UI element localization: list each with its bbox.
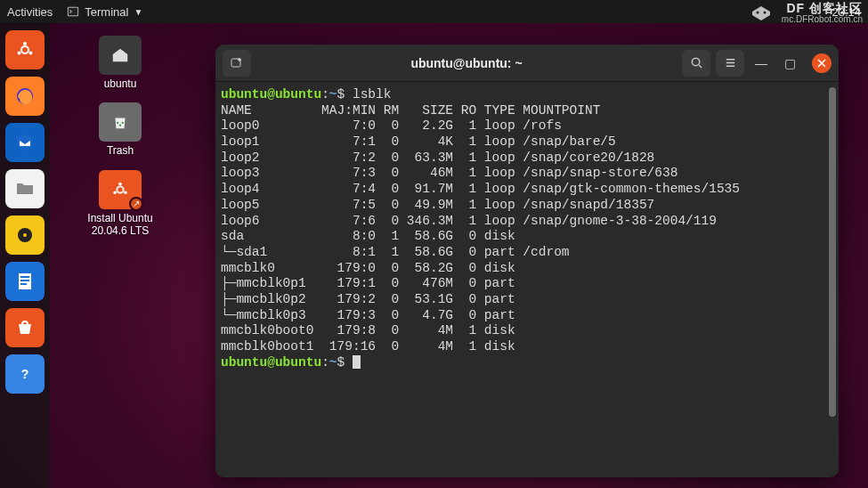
svg-point-9 bbox=[17, 134, 33, 150]
svg-point-20 bbox=[119, 125, 121, 126]
search-icon bbox=[690, 56, 703, 69]
search-button[interactable] bbox=[682, 50, 710, 77]
titlebar[interactable]: ubuntu@ubuntu: ~ — ▢ bbox=[215, 45, 839, 82]
dock: ? bbox=[0, 23, 50, 488]
app-menu-terminal[interactable]: Terminal ▼ bbox=[67, 5, 142, 19]
ubuntu-software-icon[interactable] bbox=[5, 308, 45, 347]
firefox-icon[interactable] bbox=[5, 77, 45, 116]
close-icon bbox=[817, 59, 826, 68]
trash-label: Trash bbox=[107, 144, 134, 157]
close-button[interactable] bbox=[812, 53, 831, 73]
terminal-body[interactable]: ubuntu@ubuntu:~$ lsblk NAME MAJ:MIN RM S… bbox=[215, 82, 839, 477]
command-1: lsblk bbox=[353, 87, 392, 102]
svg-point-23 bbox=[113, 191, 117, 194]
app-menu-label: Terminal bbox=[85, 5, 128, 19]
desktop-icons: ubuntu Trash ↗ Install Ubuntu 20.04.6 LT… bbox=[71, 36, 169, 238]
watermark-brand: DF 创客社区 bbox=[782, 2, 863, 15]
svg-point-24 bbox=[124, 191, 127, 194]
svg-point-4 bbox=[21, 46, 28, 53]
svg-point-5 bbox=[23, 42, 27, 45]
install-ubuntu-label: Install Ubuntu 20.04.6 LTS bbox=[71, 212, 169, 238]
svg-point-26 bbox=[692, 58, 699, 65]
lsblk-output: loop0 7:0 0 2.2G 1 loop /rofs loop1 7:1 … bbox=[221, 118, 830, 354]
window-title: ubuntu@ubuntu: ~ bbox=[258, 56, 675, 70]
terminal-window: ubuntu@ubuntu: ~ — ▢ ubuntu@ubuntu:~$ ls… bbox=[215, 45, 839, 477]
ubuntu-logo-icon[interactable] bbox=[5, 30, 45, 69]
shortcut-badge-icon: ↗ bbox=[129, 197, 143, 211]
thunderbird-icon[interactable] bbox=[5, 123, 45, 162]
svg-point-6 bbox=[18, 52, 21, 55]
lsblk-header: NAME MAJ:MIN RM SIZE RO TYPE MOUNTPOINT bbox=[221, 103, 830, 119]
activities-button[interactable]: Activities bbox=[7, 5, 53, 19]
home-folder-label: ubuntu bbox=[104, 77, 137, 90]
svg-point-19 bbox=[122, 122, 124, 124]
svg-rect-15 bbox=[20, 283, 27, 285]
libreoffice-writer-icon[interactable] bbox=[5, 262, 45, 301]
new-tab-button[interactable] bbox=[223, 50, 251, 77]
install-ubuntu[interactable]: ↗ Install Ubuntu 20.04.6 LTS bbox=[71, 170, 169, 238]
help-icon[interactable]: ? bbox=[5, 354, 45, 394]
prompt-user: ubuntu@ubuntu bbox=[221, 87, 321, 102]
dfrobot-logo-icon bbox=[748, 4, 775, 23]
svg-text:?: ? bbox=[21, 367, 29, 381]
watermark: DF 创客社区 mc.DFRobot.com.cn bbox=[748, 2, 863, 24]
svg-rect-13 bbox=[20, 276, 29, 278]
prompt-path: ~ bbox=[329, 87, 337, 102]
files-icon[interactable] bbox=[5, 169, 45, 208]
top-panel: Activities Terminal ▼ 23:14 bbox=[0, 0, 868, 23]
hamburger-menu-button[interactable] bbox=[716, 50, 744, 77]
new-tab-icon bbox=[230, 56, 244, 70]
install-ubuntu-icon: ↗ bbox=[99, 170, 142, 209]
home-icon bbox=[99, 36, 142, 75]
watermark-sub: mc.DFRobot.com.cn bbox=[782, 15, 863, 25]
svg-point-3 bbox=[763, 11, 766, 13]
cursor bbox=[353, 355, 361, 369]
svg-point-18 bbox=[117, 122, 118, 124]
svg-rect-14 bbox=[20, 280, 29, 281]
svg-point-11 bbox=[23, 233, 27, 237]
chevron-down-icon: ▼ bbox=[134, 7, 142, 17]
svg-rect-1 bbox=[69, 8, 78, 16]
minimize-button[interactable]: — bbox=[750, 56, 773, 70]
home-folder[interactable]: ubuntu bbox=[71, 36, 169, 90]
svg-point-7 bbox=[29, 52, 33, 55]
scrollbar[interactable] bbox=[829, 87, 836, 417]
rhythmbox-icon[interactable] bbox=[5, 216, 45, 255]
trash[interactable]: Trash bbox=[71, 102, 169, 157]
terminal-icon bbox=[67, 5, 79, 18]
prompt-line-2: ubuntu@ubuntu:~$ bbox=[221, 355, 830, 371]
svg-point-2 bbox=[756, 11, 758, 13]
svg-point-22 bbox=[118, 183, 122, 186]
maximize-button[interactable]: ▢ bbox=[778, 56, 801, 70]
prompt-line-1: ubuntu@ubuntu:~$ lsblk bbox=[221, 87, 830, 103]
trash-icon bbox=[99, 102, 142, 142]
svg-point-21 bbox=[117, 186, 123, 192]
hamburger-icon bbox=[724, 56, 737, 69]
